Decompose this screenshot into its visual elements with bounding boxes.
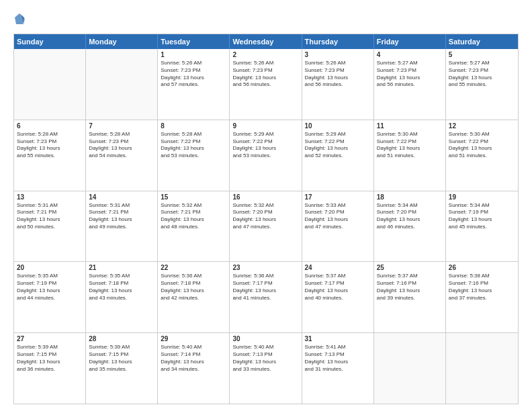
cell-text: Sunrise: 5:40 AMSunset: 7:14 PMDaylight:… xyxy=(161,344,226,373)
cell-text: Sunrise: 5:33 AMSunset: 7:20 PMDaylight:… xyxy=(305,202,371,231)
day-number: 1 xyxy=(161,51,226,58)
day-number: 9 xyxy=(232,122,298,130)
cell-text: Sunrise: 5:34 AMSunset: 7:20 PMDaylight:… xyxy=(377,202,443,231)
calendar-cell: 14Sunrise: 5:31 AMSunset: 7:21 PMDayligh… xyxy=(86,191,158,262)
cell-text: Sunrise: 5:38 AMSunset: 7:16 PMDaylight:… xyxy=(449,273,515,302)
cell-text: Sunrise: 5:29 AMSunset: 7:22 PMDaylight:… xyxy=(305,131,371,160)
day-number: 3 xyxy=(305,51,371,58)
day-number: 30 xyxy=(232,335,298,342)
day-number: 22 xyxy=(161,264,226,271)
calendar-cell: 27Sunrise: 5:39 AMSunset: 7:15 PMDayligh… xyxy=(14,333,86,404)
calendar-cell: 30Sunrise: 5:40 AMSunset: 7:13 PMDayligh… xyxy=(230,333,302,404)
day-number: 19 xyxy=(449,193,515,201)
day-number: 23 xyxy=(232,264,298,271)
calendar-row-4: 20Sunrise: 5:35 AMSunset: 7:19 PMDayligh… xyxy=(14,262,518,333)
cell-text: Sunrise: 5:35 AMSunset: 7:18 PMDaylight:… xyxy=(89,273,154,302)
calendar-cell: 19Sunrise: 5:34 AMSunset: 7:19 PMDayligh… xyxy=(446,191,518,262)
calendar: SundayMondayTuesdayWednesdayThursdayFrid… xyxy=(13,34,519,404)
day-number: 26 xyxy=(449,264,515,271)
cell-text: Sunrise: 5:28 AMSunset: 7:23 PMDaylight:… xyxy=(89,131,154,160)
cell-text: Sunrise: 5:37 AMSunset: 7:17 PMDaylight:… xyxy=(305,273,371,302)
calendar-cell: 25Sunrise: 5:37 AMSunset: 7:16 PMDayligh… xyxy=(374,262,446,332)
calendar-cell: 29Sunrise: 5:40 AMSunset: 7:14 PMDayligh… xyxy=(158,333,230,404)
header-cell-thursday: Thursday xyxy=(302,34,374,49)
calendar-cell: 12Sunrise: 5:30 AMSunset: 7:22 PMDayligh… xyxy=(446,120,518,191)
day-number: 28 xyxy=(89,335,154,342)
header-cell-tuesday: Tuesday xyxy=(158,34,230,49)
day-number: 10 xyxy=(305,122,371,130)
calendar-cell: 1Sunrise: 5:26 AMSunset: 7:23 PMDaylight… xyxy=(158,49,230,120)
logo xyxy=(13,12,28,27)
day-number: 31 xyxy=(305,335,371,342)
day-number: 7 xyxy=(89,122,154,130)
calendar-cell: 21Sunrise: 5:35 AMSunset: 7:18 PMDayligh… xyxy=(86,262,158,332)
cell-text: Sunrise: 5:26 AMSunset: 7:23 PMDaylight:… xyxy=(232,60,298,89)
header-cell-wednesday: Wednesday xyxy=(230,34,302,49)
day-number: 2 xyxy=(232,51,298,58)
day-number: 6 xyxy=(17,122,83,130)
calendar-header: SundayMondayTuesdayWednesdayThursdayFrid… xyxy=(14,34,518,49)
cell-text: Sunrise: 5:32 AMSunset: 7:21 PMDaylight:… xyxy=(161,202,226,231)
calendar-cell: 11Sunrise: 5:30 AMSunset: 7:22 PMDayligh… xyxy=(374,120,446,191)
calendar-cell: 7Sunrise: 5:28 AMSunset: 7:23 PMDaylight… xyxy=(86,120,158,191)
header-cell-monday: Monday xyxy=(86,34,158,49)
day-number: 29 xyxy=(161,335,226,342)
calendar-row-2: 6Sunrise: 5:28 AMSunset: 7:23 PMDaylight… xyxy=(14,120,518,191)
day-number: 5 xyxy=(449,51,515,58)
calendar-cell xyxy=(446,333,518,404)
day-number: 4 xyxy=(377,51,443,58)
header-cell-friday: Friday xyxy=(374,34,446,49)
calendar-cell: 22Sunrise: 5:36 AMSunset: 7:18 PMDayligh… xyxy=(158,262,230,332)
header-cell-saturday: Saturday xyxy=(446,34,518,49)
calendar-cell: 8Sunrise: 5:28 AMSunset: 7:22 PMDaylight… xyxy=(158,120,230,191)
day-number: 14 xyxy=(89,193,154,201)
cell-text: Sunrise: 5:28 AMSunset: 7:23 PMDaylight:… xyxy=(17,131,83,160)
logo-icon xyxy=(13,12,26,27)
calendar-cell: 13Sunrise: 5:31 AMSunset: 7:21 PMDayligh… xyxy=(14,191,86,262)
calendar-body: 1Sunrise: 5:26 AMSunset: 7:23 PMDaylight… xyxy=(14,49,518,404)
cell-text: Sunrise: 5:36 AMSunset: 7:18 PMDaylight:… xyxy=(161,273,226,302)
calendar-cell: 26Sunrise: 5:38 AMSunset: 7:16 PMDayligh… xyxy=(446,262,518,332)
day-number: 25 xyxy=(377,264,443,271)
cell-text: Sunrise: 5:36 AMSunset: 7:17 PMDaylight:… xyxy=(232,273,298,302)
day-number: 27 xyxy=(17,335,83,342)
page: SundayMondayTuesdayWednesdayThursdayFrid… xyxy=(0,0,532,411)
calendar-cell: 2Sunrise: 5:26 AMSunset: 7:23 PMDaylight… xyxy=(230,49,302,120)
day-number: 24 xyxy=(305,264,371,271)
cell-text: Sunrise: 5:29 AMSunset: 7:22 PMDaylight:… xyxy=(232,131,298,160)
header-cell-sunday: Sunday xyxy=(14,34,86,49)
cell-text: Sunrise: 5:35 AMSunset: 7:19 PMDaylight:… xyxy=(17,273,83,302)
cell-text: Sunrise: 5:40 AMSunset: 7:13 PMDaylight:… xyxy=(232,344,298,373)
calendar-cell: 20Sunrise: 5:35 AMSunset: 7:19 PMDayligh… xyxy=(14,262,86,332)
calendar-row-5: 27Sunrise: 5:39 AMSunset: 7:15 PMDayligh… xyxy=(14,333,518,404)
header xyxy=(13,12,519,27)
day-number: 12 xyxy=(449,122,515,130)
cell-text: Sunrise: 5:27 AMSunset: 7:23 PMDaylight:… xyxy=(377,60,443,89)
day-number: 13 xyxy=(17,193,83,201)
calendar-cell: 24Sunrise: 5:37 AMSunset: 7:17 PMDayligh… xyxy=(302,262,374,332)
day-number: 15 xyxy=(161,193,226,201)
calendar-row-3: 13Sunrise: 5:31 AMSunset: 7:21 PMDayligh… xyxy=(14,191,518,263)
cell-text: Sunrise: 5:27 AMSunset: 7:23 PMDaylight:… xyxy=(449,60,515,89)
calendar-cell: 9Sunrise: 5:29 AMSunset: 7:22 PMDaylight… xyxy=(230,120,302,191)
calendar-cell: 31Sunrise: 5:41 AMSunset: 7:13 PMDayligh… xyxy=(302,333,374,404)
cell-text: Sunrise: 5:30 AMSunset: 7:22 PMDaylight:… xyxy=(449,131,515,160)
cell-text: Sunrise: 5:39 AMSunset: 7:15 PMDaylight:… xyxy=(17,344,83,373)
day-number: 18 xyxy=(377,193,443,201)
calendar-cell: 4Sunrise: 5:27 AMSunset: 7:23 PMDaylight… xyxy=(374,49,446,120)
calendar-cell: 17Sunrise: 5:33 AMSunset: 7:20 PMDayligh… xyxy=(302,191,374,262)
cell-text: Sunrise: 5:26 AMSunset: 7:23 PMDaylight:… xyxy=(161,60,226,89)
cell-text: Sunrise: 5:31 AMSunset: 7:21 PMDaylight:… xyxy=(89,202,154,231)
day-number: 16 xyxy=(232,193,298,201)
calendar-cell: 28Sunrise: 5:39 AMSunset: 7:15 PMDayligh… xyxy=(86,333,158,404)
cell-text: Sunrise: 5:28 AMSunset: 7:22 PMDaylight:… xyxy=(161,131,226,160)
calendar-cell xyxy=(374,333,446,404)
day-number: 21 xyxy=(89,264,154,271)
calendar-cell: 5Sunrise: 5:27 AMSunset: 7:23 PMDaylight… xyxy=(446,49,518,120)
calendar-cell: 16Sunrise: 5:32 AMSunset: 7:20 PMDayligh… xyxy=(230,191,302,262)
cell-text: Sunrise: 5:32 AMSunset: 7:20 PMDaylight:… xyxy=(232,202,298,231)
cell-text: Sunrise: 5:39 AMSunset: 7:15 PMDaylight:… xyxy=(89,344,154,373)
calendar-cell: 6Sunrise: 5:28 AMSunset: 7:23 PMDaylight… xyxy=(14,120,86,191)
calendar-cell: 15Sunrise: 5:32 AMSunset: 7:21 PMDayligh… xyxy=(158,191,230,262)
day-number: 20 xyxy=(17,264,83,271)
